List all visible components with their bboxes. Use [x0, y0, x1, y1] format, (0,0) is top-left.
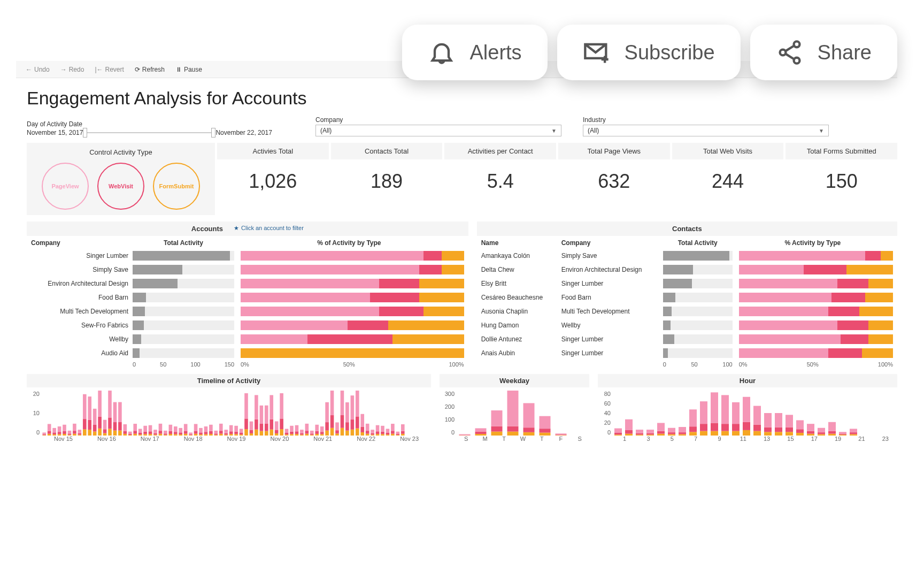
formsubmit-toggle[interactable]: FormSubmit	[153, 163, 200, 210]
activity-type-stack	[241, 279, 464, 288]
svg-rect-186	[345, 402, 349, 422]
svg-rect-38	[98, 417, 102, 429]
svg-rect-6	[42, 432, 46, 434]
contact-row[interactable]: Hung Damon Wellby	[477, 319, 897, 331]
svg-rect-86	[179, 432, 182, 434]
contact-row[interactable]: Ausonia Chaplin Multi Tech Development	[477, 306, 897, 317]
contact-row[interactable]: Dollie Antunez Singer Lumber	[477, 333, 897, 345]
svg-rect-141	[270, 395, 273, 419]
company-select[interactable]: (All)▼	[315, 125, 561, 136]
weekday-chart[interactable]	[457, 391, 569, 436]
svg-rect-308	[850, 432, 857, 434]
account-row[interactable]: Environ Architectural Design	[27, 278, 468, 289]
svg-rect-156	[295, 425, 299, 432]
svg-rect-177	[330, 391, 334, 415]
slider-handle-left[interactable]	[83, 128, 87, 138]
metric-3: Total Page Views632	[558, 143, 670, 215]
undo-button[interactable]: ←Undo	[20, 66, 55, 73]
svg-rect-143	[275, 430, 279, 433]
svg-rect-144	[275, 421, 279, 430]
activity-type-stack	[241, 320, 464, 330]
account-row[interactable]: Simply Save	[27, 264, 468, 276]
account-row[interactable]: Wellby	[27, 333, 468, 345]
svg-rect-293	[796, 429, 804, 433]
subscribe-button[interactable]: Subscribe	[557, 25, 741, 80]
account-row[interactable]: Multi Tech Development	[27, 306, 468, 317]
svg-rect-236	[540, 429, 551, 432]
total-activity-bar	[663, 348, 733, 358]
svg-rect-32	[88, 420, 91, 430]
svg-rect-305	[839, 434, 846, 435]
svg-rect-249	[636, 430, 643, 433]
account-row[interactable]: Singer Lumber	[27, 250, 468, 262]
svg-rect-231	[507, 391, 519, 426]
svg-rect-230	[507, 426, 519, 432]
svg-rect-119	[234, 432, 238, 434]
svg-rect-229	[507, 432, 519, 436]
svg-rect-215	[396, 434, 400, 435]
share-button[interactable]: Share	[750, 25, 897, 80]
svg-rect-81	[169, 425, 173, 431]
svg-rect-132	[255, 395, 258, 419]
slider-track[interactable]	[85, 132, 213, 133]
svg-rect-159	[300, 430, 304, 433]
svg-rect-226	[491, 432, 503, 436]
svg-rect-212	[391, 431, 395, 433]
svg-rect-279	[743, 397, 750, 422]
timeline-card: Timeline of Activity 20100 Nov 15Nov 16N…	[27, 374, 431, 442]
contact-row[interactable]: Elsy Britt Singer Lumber	[477, 278, 897, 289]
activity-type-stack	[241, 348, 464, 358]
page-title: Engagement Analysis for Accounts	[0, 78, 924, 114]
svg-rect-195	[360, 414, 364, 427]
svg-rect-218	[401, 431, 405, 434]
alerts-button[interactable]: Alerts	[402, 25, 547, 80]
redo-button[interactable]: →Redo	[55, 66, 90, 73]
date-slider[interactable]: November 15, 2017 November 22, 2017	[27, 129, 294, 136]
svg-rect-65	[143, 432, 147, 434]
account-row[interactable]: Audio Aid	[27, 347, 468, 359]
svg-rect-90	[184, 424, 188, 431]
refresh-button[interactable]: ⟳Refresh	[129, 66, 170, 73]
svg-rect-280	[753, 431, 761, 436]
webvisit-toggle[interactable]: WebVisit	[97, 163, 144, 210]
svg-rect-181	[341, 428, 344, 436]
svg-rect-123	[240, 429, 243, 433]
svg-rect-258	[668, 428, 675, 432]
svg-rect-31	[88, 430, 91, 436]
svg-rect-21	[68, 431, 72, 433]
svg-rect-34	[93, 431, 97, 436]
account-row[interactable]: Food Barn	[27, 292, 468, 303]
revert-button[interactable]: |←Revert	[89, 66, 129, 73]
timeline-title: Timeline of Activity	[27, 374, 431, 387]
slider-handle-right[interactable]	[211, 128, 215, 138]
svg-rect-27	[78, 430, 82, 433]
svg-rect-69	[149, 425, 152, 432]
svg-rect-155	[295, 431, 299, 434]
svg-rect-48	[113, 402, 117, 422]
industry-select[interactable]: (All)▼	[583, 125, 829, 136]
svg-rect-184	[345, 431, 349, 436]
svg-rect-111	[219, 424, 223, 431]
contact-row[interactable]: Cesáreo Beauchesne Food Barn	[477, 292, 897, 303]
svg-rect-136	[265, 431, 268, 436]
svg-rect-45	[108, 391, 112, 417]
hour-chart[interactable]	[613, 391, 859, 436]
svg-rect-53	[124, 431, 127, 434]
metric-5: Total Forms Submitted150	[786, 143, 897, 215]
svg-rect-134	[260, 424, 264, 431]
contact-row[interactable]: Delta Chew Environ Architectural Design	[477, 264, 897, 276]
pause-button[interactable]: ⏸Pause	[170, 66, 207, 73]
svg-rect-261	[679, 427, 686, 432]
account-row[interactable]: Sew-Fro Fabrics	[27, 319, 468, 331]
svg-rect-180	[335, 422, 339, 430]
pageview-toggle[interactable]: PageView	[42, 163, 89, 210]
svg-rect-179	[335, 430, 339, 433]
svg-rect-224	[475, 432, 487, 434]
svg-rect-303	[828, 422, 836, 431]
svg-rect-98	[199, 432, 203, 434]
timeline-chart[interactable]	[42, 391, 405, 436]
svg-rect-26	[78, 433, 82, 435]
contact-row[interactable]: Anais Aubin Singer Lumber	[477, 347, 897, 359]
svg-rect-285	[764, 413, 772, 427]
contact-row[interactable]: Amankaya Colón Simply Save	[477, 250, 897, 262]
